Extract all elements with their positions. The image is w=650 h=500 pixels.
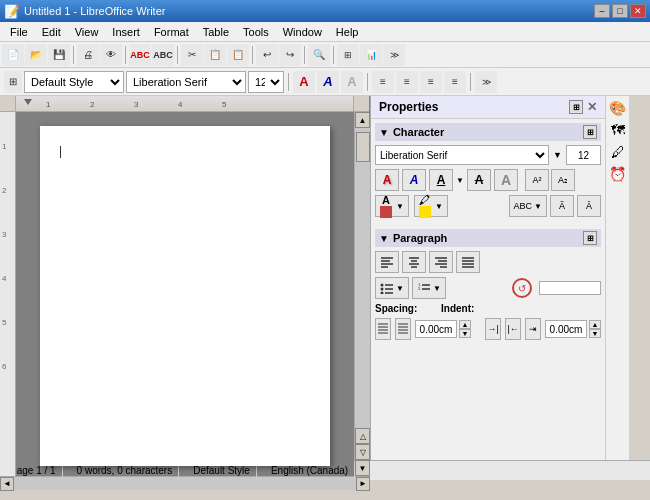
align-right-button[interactable]: ≡ <box>420 71 442 93</box>
subscript-button[interactable]: A₂ <box>551 169 575 191</box>
styles-list-button[interactable]: ⊞ <box>4 71 22 93</box>
scroll-track[interactable] <box>355 128 370 428</box>
style-select[interactable]: Default Style <box>24 71 124 93</box>
undo-button[interactable]: ↩ <box>256 44 278 66</box>
menu-insert[interactable]: Insert <box>106 24 146 40</box>
character-section-header[interactable]: ▼ Character ⊞ <box>375 123 601 141</box>
font-shadow-button[interactable]: A <box>341 71 363 93</box>
new-button[interactable]: 📄 <box>2 44 24 66</box>
menu-file[interactable]: File <box>4 24 34 40</box>
more-button[interactable]: ≫ <box>475 71 497 93</box>
align-left-button[interactable]: ≡ <box>372 71 394 93</box>
reset-indent-button[interactable]: ↺ <box>512 278 532 298</box>
size-select[interactable]: 12 <box>248 71 284 93</box>
font-highlight-button[interactable]: A <box>317 71 339 93</box>
align-center-button[interactable]: ≡ <box>396 71 418 93</box>
redo-button[interactable]: ↪ <box>279 44 301 66</box>
underline-A-button[interactable]: A <box>429 169 453 191</box>
timer-icon[interactable]: ⏰ <box>608 164 628 184</box>
italic-A-button[interactable]: A <box>402 169 426 191</box>
maximize-button[interactable]: □ <box>612 4 628 18</box>
paste-button[interactable]: 📋 <box>227 44 249 66</box>
minimize-button[interactable]: – <box>594 4 610 18</box>
menu-table[interactable]: Table <box>197 24 235 40</box>
expand-button[interactable]: ≫ <box>383 44 405 66</box>
table-button[interactable]: ⊞ <box>337 44 359 66</box>
para-section-header[interactable]: ▼ Paragraph ⊞ <box>375 229 601 247</box>
font-select[interactable]: Liberation Serif <box>126 71 246 93</box>
strikethrough-A-button[interactable]: A <box>467 169 491 191</box>
scroll-down-button[interactable]: ▼ <box>355 460 370 476</box>
shadow-A-button[interactable]: A <box>494 169 518 191</box>
chart-button[interactable]: 📊 <box>360 44 382 66</box>
save-button[interactable]: 💾 <box>48 44 70 66</box>
underline-dropdown[interactable]: ▼ <box>456 169 464 191</box>
menu-window[interactable]: Window <box>277 24 328 40</box>
vertical-scrollbar[interactable]: ▲ △ ▽ ▼ <box>354 112 370 476</box>
numbering-button[interactable]: 1.2. ▼ <box>412 277 446 299</box>
superscript-button[interactable]: A² <box>525 169 549 191</box>
menu-tools[interactable]: Tools <box>237 24 275 40</box>
document-page[interactable] <box>40 126 330 466</box>
character-expand-button[interactable]: ⊞ <box>583 125 597 139</box>
preview-button[interactable]: 👁 <box>100 44 122 66</box>
spellcheck-button[interactable]: ABC <box>129 44 151 66</box>
panel-expand-button[interactable]: ⊞ <box>569 100 583 114</box>
spacing-down[interactable]: ▼ <box>459 329 471 338</box>
document-scroll[interactable] <box>16 112 354 476</box>
window-title: Untitled 1 - LibreOffice Writer <box>24 5 165 17</box>
scroll-thumb[interactable] <box>356 132 370 162</box>
highlight-color-button[interactable]: 🖍 ▼ <box>414 195 448 217</box>
indent-increase-button[interactable]: →| <box>485 318 501 340</box>
font-color-button[interactable]: A ▼ <box>375 195 409 217</box>
scroll-pageup-button[interactable]: △ <box>355 428 370 444</box>
align-justify-button[interactable]: ≡ <box>444 71 466 93</box>
list-button[interactable]: ▼ <box>375 277 409 299</box>
indent-spinner[interactable]: ▲ ▼ <box>589 320 601 338</box>
panel-close-button[interactable]: ✕ <box>587 100 597 114</box>
cut-button[interactable]: ✂ <box>181 44 203 66</box>
align-center-button[interactable] <box>402 251 426 273</box>
align-left-button[interactable] <box>375 251 399 273</box>
align-justify-button[interactable] <box>456 251 480 273</box>
menu-format[interactable]: Format <box>148 24 195 40</box>
copy-button[interactable]: 📋 <box>204 44 226 66</box>
spacing-up[interactable]: ▲ <box>459 320 471 329</box>
font-color-button[interactable]: A <box>293 71 315 93</box>
properties-panel: Properties ⊞ ✕ ▼ Character ⊞ Liberation … <box>370 96 605 460</box>
bold-button[interactable]: A <box>375 169 399 191</box>
indent-hanging-button[interactable]: ⇥ <box>525 318 541 340</box>
font-dropdown-icon[interactable]: ▼ <box>553 150 562 160</box>
spacing-spinner[interactable]: ▲ ▼ <box>459 320 471 338</box>
autocorrect-button[interactable]: ABC <box>152 44 174 66</box>
scroll-up-button[interactable]: ▲ <box>355 112 370 128</box>
styles-icon[interactable]: 🖊 <box>608 142 628 162</box>
para-expand-button[interactable]: ⊞ <box>583 231 597 245</box>
gallery-icon[interactable]: 🎨 <box>608 98 628 118</box>
spacing-below-button[interactable] <box>395 318 411 340</box>
panel-font-select[interactable]: Liberation Serif <box>375 145 549 165</box>
scroll-right-button[interactable]: ► <box>356 477 370 491</box>
close-button[interactable]: ✕ <box>630 4 646 18</box>
char-extra2[interactable]: Ā <box>577 195 601 217</box>
menu-view[interactable]: View <box>69 24 105 40</box>
open-button[interactable]: 📂 <box>25 44 47 66</box>
indent-down[interactable]: ▼ <box>589 329 601 338</box>
indent-up[interactable]: ▲ <box>589 320 601 329</box>
char-extra1[interactable]: Ã <box>550 195 574 217</box>
find-button[interactable]: 🔍 <box>308 44 330 66</box>
menu-edit[interactable]: Edit <box>36 24 67 40</box>
indent-value-input[interactable] <box>545 320 587 338</box>
abc-effects-button[interactable]: ABC▼ <box>509 195 547 217</box>
navigator-icon[interactable]: 🗺 <box>608 120 628 140</box>
spacing-above-button[interactable] <box>375 318 391 340</box>
align-right-button[interactable] <box>429 251 453 273</box>
print-button[interactable]: 🖨 <box>77 44 99 66</box>
menu-help[interactable]: Help <box>330 24 365 40</box>
spacing-value-input[interactable] <box>415 320 457 338</box>
indent-decrease-button[interactable]: |← <box>505 318 521 340</box>
scroll-pagedown-button[interactable]: ▽ <box>355 444 370 460</box>
panel-font-size[interactable] <box>566 145 601 165</box>
separator <box>333 46 334 64</box>
language-text: English (Canada) <box>271 465 348 476</box>
